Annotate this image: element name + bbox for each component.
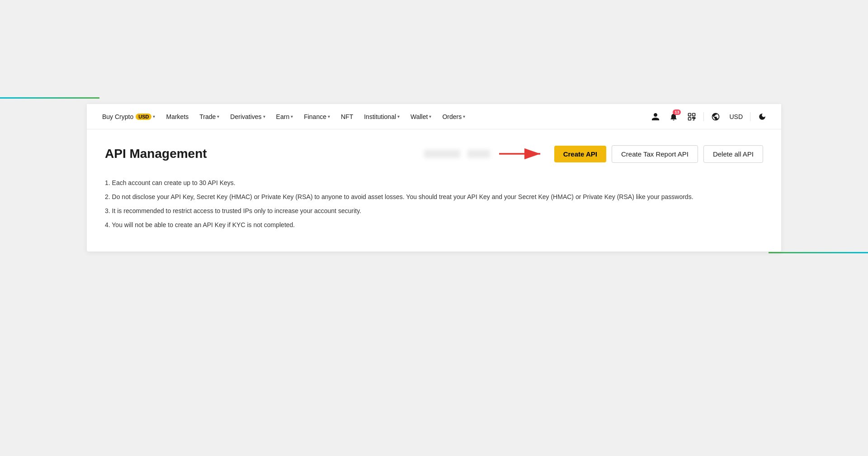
page-header: API Management Create API Create Tax Rep (105, 144, 763, 164)
theme-toggle-button[interactable] (754, 109, 770, 125)
content-area: API Management Create API Create Tax Rep (87, 129, 781, 252)
arrow-annotation (497, 144, 547, 164)
finance-chevron: ▾ (328, 114, 330, 119)
info-item-1: 1. Each account can create up to 30 API … (105, 178, 763, 188)
nav-institutional[interactable]: Institutional ▾ (359, 110, 404, 123)
nav-divider (703, 112, 704, 121)
redacted-element-1 (424, 150, 460, 158)
nav-orders-label: Orders (442, 113, 462, 120)
scan-icon (687, 112, 696, 121)
user-icon-button[interactable] (647, 109, 664, 125)
nav-markets-label: Markets (166, 113, 189, 120)
earn-chevron: ▾ (291, 114, 293, 119)
currency-selector[interactable]: USD (726, 111, 746, 122)
create-tax-report-api-button[interactable]: Create Tax Report API (612, 145, 698, 163)
wallet-chevron: ▾ (429, 114, 431, 119)
currency-label: USD (729, 113, 743, 120)
nav-buy-crypto[interactable]: Buy Crypto USD ▾ (98, 110, 160, 123)
nav-buy-crypto-label: Buy Crypto (102, 113, 133, 120)
trade-chevron: ▾ (217, 114, 219, 119)
accent-line-bottom (769, 252, 868, 253)
page-title: API Management (105, 147, 417, 161)
svg-rect-1 (693, 113, 695, 116)
nav-derivatives-label: Derivatives (230, 113, 261, 120)
red-arrow (497, 144, 547, 164)
nav-earn-label: Earn (276, 113, 290, 120)
nav-trade-label: Trade (199, 113, 216, 120)
nav-finance[interactable]: Finance ▾ (299, 110, 335, 123)
orders-chevron: ▾ (463, 114, 465, 119)
nav-divider-2 (750, 112, 750, 121)
buy-crypto-chevron: ▾ (153, 114, 155, 119)
redacted-element-2 (467, 150, 490, 158)
main-card: Buy Crypto USD ▾ Markets Trade ▾ Derivat… (87, 104, 781, 252)
nav-wallet[interactable]: Wallet ▾ (406, 110, 436, 123)
info-list: 1. Each account can create up to 30 API … (105, 178, 763, 230)
scan-icon-button[interactable] (684, 109, 700, 125)
nav-institutional-label: Institutional (364, 113, 396, 120)
nav-markets[interactable]: Markets (161, 110, 193, 123)
nav-nft-label: NFT (341, 113, 353, 120)
info-item-2: 2. Do not disclose your API Key, Secret … (105, 192, 763, 202)
svg-rect-2 (689, 117, 691, 120)
globe-icon (711, 112, 720, 121)
nav-nft[interactable]: NFT (336, 110, 358, 123)
derivatives-chevron: ▾ (263, 114, 265, 119)
delete-all-api-button[interactable]: Delete all API (703, 145, 763, 163)
notification-icon-button[interactable]: 13 (665, 109, 682, 125)
nav-wallet-label: Wallet (410, 113, 428, 120)
svg-rect-0 (689, 113, 691, 116)
usd-badge: USD (136, 114, 151, 120)
nav-earn[interactable]: Earn ▾ (272, 110, 298, 123)
nav-finance-label: Finance (304, 113, 326, 120)
user-icon (651, 112, 660, 121)
nav-trade[interactable]: Trade ▾ (195, 110, 224, 123)
institutional-chevron: ▾ (397, 114, 400, 119)
action-buttons: Create API Create Tax Report API Delete … (554, 145, 763, 163)
accent-line-top (0, 97, 99, 99)
nav-derivatives[interactable]: Derivatives ▾ (226, 110, 269, 123)
moon-icon (758, 113, 766, 121)
notification-badge: 13 (673, 109, 681, 115)
navbar: Buy Crypto USD ▾ Markets Trade ▾ Derivat… (87, 104, 781, 129)
info-item-4: 4. You will not be able to create an API… (105, 220, 763, 230)
info-item-3: 3. It is recommended to restrict access … (105, 206, 763, 216)
create-api-button[interactable]: Create API (554, 146, 606, 162)
nav-orders[interactable]: Orders ▾ (438, 110, 470, 123)
globe-icon-button[interactable] (708, 109, 724, 125)
